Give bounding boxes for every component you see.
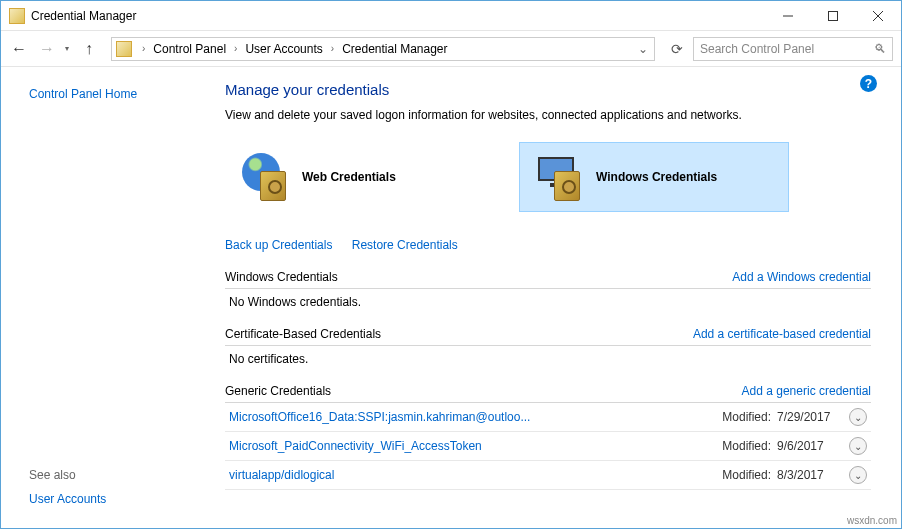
web-credentials-label: Web Credentials — [302, 170, 396, 184]
window-controls — [765, 1, 901, 30]
breadcrumb-control-panel[interactable]: Control Panel — [151, 42, 228, 56]
expand-icon[interactable]: ⌄ — [849, 437, 867, 455]
credential-name: MicrosoftOffice16_Data:SSPI:jasmin.kahri… — [229, 410, 722, 424]
section-empty-text: No Windows credentials. — [225, 289, 871, 309]
section-title: Certificate-Based Credentials — [225, 327, 381, 341]
titlebar: Credential Manager — [1, 1, 901, 31]
credential-name: virtualapp/didlogical — [229, 468, 722, 482]
refresh-button[interactable]: ⟳ — [665, 37, 689, 61]
search-icon: 🔍︎ — [874, 42, 886, 56]
credential-row[interactable]: virtualapp/didlogical Modified: 8/3/2017… — [225, 461, 871, 490]
maximize-button[interactable] — [810, 1, 855, 30]
history-dropdown[interactable]: ▾ — [65, 44, 69, 53]
nav-arrows: ← → ▾ ↑ — [9, 38, 101, 60]
navbar: ← → ▾ ↑ › Control Panel › User Accounts … — [1, 31, 901, 67]
breadcrumb-user-accounts[interactable]: User Accounts — [243, 42, 324, 56]
windows-credentials-icon — [536, 153, 584, 201]
svg-rect-1 — [828, 11, 837, 20]
app-icon — [9, 8, 25, 24]
web-credentials-tile[interactable]: Web Credentials — [225, 142, 495, 212]
section-certificate-credentials: Certificate-Based Credentials Add a cert… — [225, 327, 871, 366]
close-button[interactable] — [855, 1, 901, 30]
sidebar: Control Panel Home See also User Account… — [1, 67, 201, 528]
minimize-button[interactable] — [765, 1, 810, 30]
breadcrumb-credential-manager[interactable]: Credential Manager — [340, 42, 449, 56]
restore-credentials-link[interactable]: Restore Credentials — [352, 238, 458, 252]
section-windows-credentials: Windows Credentials Add a Windows creden… — [225, 270, 871, 309]
forward-button[interactable]: → — [37, 38, 57, 60]
expand-icon[interactable]: ⌄ — [849, 466, 867, 484]
modified-label: Modified: — [722, 410, 771, 424]
backup-credentials-link[interactable]: Back up Credentials — [225, 238, 332, 252]
action-links: Back up Credentials Restore Credentials — [225, 238, 871, 252]
location-icon — [116, 41, 132, 57]
address-dropdown-icon[interactable]: ⌄ — [638, 42, 648, 56]
chevron-right-icon: › — [142, 43, 145, 54]
sidebar-user-accounts-link[interactable]: User Accounts — [29, 492, 189, 506]
windows-credentials-label: Windows Credentials — [596, 170, 717, 184]
page-subtext: View and delete your saved logon informa… — [225, 108, 871, 122]
modified-label: Modified: — [722, 439, 771, 453]
web-credentials-icon — [242, 153, 290, 201]
search-placeholder: Search Control Panel — [700, 42, 814, 56]
add-cert-credential-link[interactable]: Add a certificate-based credential — [693, 327, 871, 341]
section-title: Windows Credentials — [225, 270, 338, 284]
address-bar[interactable]: › Control Panel › User Accounts › Creden… — [111, 37, 655, 61]
main-panel: Manage your credentials View and delete … — [201, 67, 901, 528]
window-title: Credential Manager — [31, 9, 765, 23]
credential-type-tiles: Web Credentials Windows Credentials — [225, 142, 871, 212]
sidebar-home-link[interactable]: Control Panel Home — [29, 87, 189, 101]
credential-date: 9/6/2017 — [777, 439, 839, 453]
section-generic-credentials: Generic Credentials Add a generic creden… — [225, 384, 871, 490]
back-button[interactable]: ← — [9, 38, 29, 60]
credential-name: Microsoft_PaidConnectivity_WiFi_AccessTo… — [229, 439, 722, 453]
add-generic-credential-link[interactable]: Add a generic credential — [742, 384, 871, 398]
search-input[interactable]: Search Control Panel 🔍︎ — [693, 37, 893, 61]
credential-row[interactable]: MicrosoftOffice16_Data:SSPI:jasmin.kahri… — [225, 403, 871, 432]
chevron-right-icon: › — [234, 43, 237, 54]
source-watermark: wsxdn.com — [847, 515, 897, 526]
page-title: Manage your credentials — [225, 81, 871, 98]
section-empty-text: No certificates. — [225, 346, 871, 366]
expand-icon[interactable]: ⌄ — [849, 408, 867, 426]
chevron-right-icon: › — [331, 43, 334, 54]
windows-credentials-tile[interactable]: Windows Credentials — [519, 142, 789, 212]
sidebar-see-also: See also — [29, 468, 189, 482]
section-title: Generic Credentials — [225, 384, 331, 398]
add-windows-credential-link[interactable]: Add a Windows credential — [732, 270, 871, 284]
credential-date: 7/29/2017 — [777, 410, 839, 424]
credential-row[interactable]: Microsoft_PaidConnectivity_WiFi_AccessTo… — [225, 432, 871, 461]
credential-date: 8/3/2017 — [777, 468, 839, 482]
content: Control Panel Home See also User Account… — [1, 67, 901, 528]
up-button[interactable]: ↑ — [83, 38, 95, 60]
modified-label: Modified: — [722, 468, 771, 482]
